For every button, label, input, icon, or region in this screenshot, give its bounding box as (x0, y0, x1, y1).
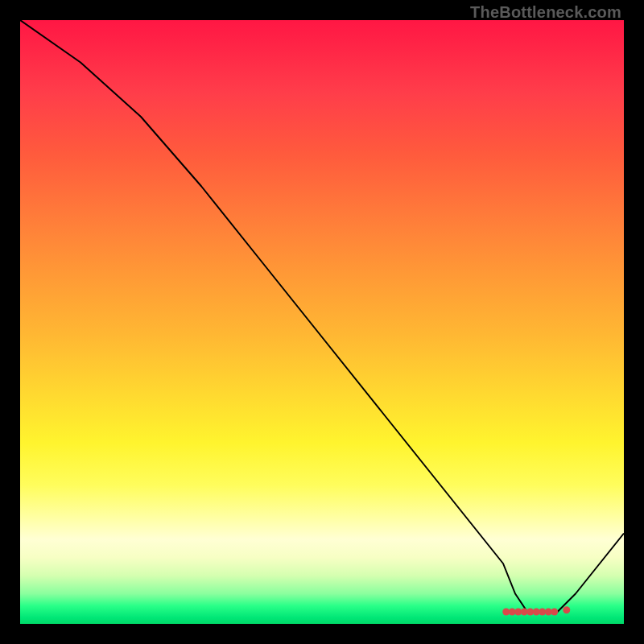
markers (502, 606, 570, 615)
plot-area (20, 20, 624, 624)
curve-line (20, 20, 624, 612)
svg-point-8 (551, 609, 558, 616)
chart-container: TheBottleneck.com (0, 0, 644, 644)
watermark: TheBottleneck.com (470, 3, 621, 22)
chart-svg (20, 20, 624, 624)
svg-point-9 (563, 606, 570, 613)
